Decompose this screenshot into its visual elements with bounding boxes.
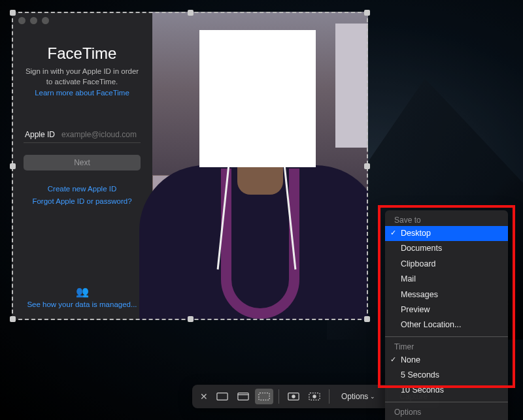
menu-item[interactable]: ✓None (385, 353, 508, 368)
menu-item-label: Desktop (401, 229, 431, 238)
record-entire-screen-button[interactable] (284, 389, 303, 404)
resize-handle[interactable] (364, 163, 370, 169)
svg-rect-3 (259, 393, 269, 400)
capture-window-button[interactable] (234, 389, 252, 404)
svg-rect-1 (238, 393, 248, 400)
menu-item-label: 5 Seconds (401, 370, 439, 380)
resize-handle[interactable] (188, 316, 194, 322)
check-icon: ✓ (390, 354, 396, 365)
options-button[interactable]: Options⌄ (335, 390, 382, 403)
menu-item[interactable]: ✓Desktop (385, 226, 508, 241)
capture-selection-button[interactable] (255, 389, 273, 404)
resize-handle[interactable] (364, 316, 370, 322)
svg-point-7 (313, 395, 316, 398)
menu-header-timer: Timer (385, 340, 508, 353)
menu-item[interactable]: Preview (385, 302, 508, 317)
menu-item[interactable]: Other Location... (385, 317, 508, 332)
resize-handle[interactable] (364, 10, 370, 16)
menu-item[interactable]: 10 Seconds (385, 383, 508, 398)
svg-rect-0 (217, 393, 228, 400)
menu-separator (385, 336, 508, 337)
toolbar-divider (278, 389, 279, 404)
close-icon[interactable]: ✕ (197, 391, 211, 402)
screenshot-selection[interactable] (12, 12, 368, 320)
capture-entire-screen-button[interactable] (213, 389, 231, 404)
menu-item-label: None (401, 355, 420, 364)
check-icon: ✓ (390, 227, 396, 238)
menu-header-save-to: Save to (385, 214, 508, 226)
resize-handle[interactable] (10, 316, 16, 322)
menu-item-label: Other Location... (401, 320, 461, 329)
menu-item-label: Messages (401, 290, 438, 299)
menu-separator (385, 402, 508, 402)
resize-handle[interactable] (188, 10, 194, 16)
menu-item[interactable]: Mail (385, 272, 508, 287)
record-selection-button[interactable] (305, 389, 324, 404)
menu-item-label: 10 Seconds (401, 385, 444, 395)
toolbar-divider (329, 389, 329, 404)
resize-handle[interactable] (10, 10, 16, 16)
menu-item-label: Mail (401, 274, 416, 283)
options-menu: Save to ✓DesktopDocumentsClipboardMailMe… (385, 210, 508, 420)
menu-item-label: Clipboard (401, 259, 436, 268)
resize-handle[interactable] (10, 163, 16, 169)
menu-item-label: Documents (401, 244, 442, 253)
menu-item[interactable]: Messages (385, 287, 508, 302)
menu-item[interactable]: Documents (385, 241, 508, 256)
menu-item[interactable]: 5 Seconds (385, 368, 508, 383)
menu-item-label: Preview (401, 305, 430, 314)
chevron-down-icon: ⌄ (370, 393, 375, 400)
svg-point-5 (292, 395, 295, 398)
menu-item[interactable]: Clipboard (385, 257, 508, 272)
menu-header-options: Options (385, 406, 508, 418)
